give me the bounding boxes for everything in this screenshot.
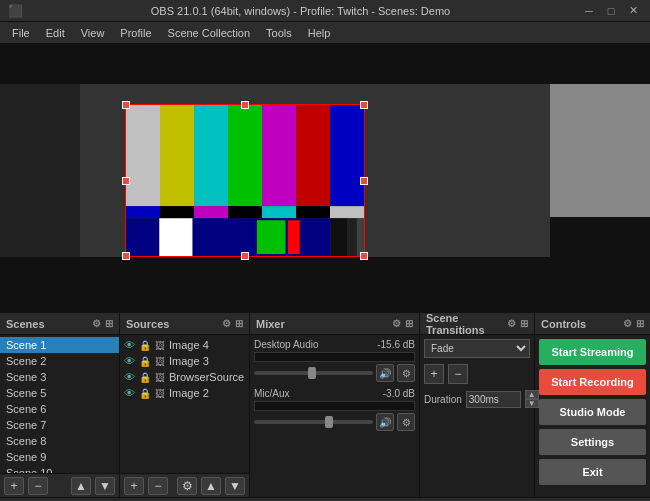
- scene-item[interactable]: Scene 2: [0, 353, 119, 369]
- mixer-fader[interactable]: [254, 371, 373, 375]
- sources-config-icon[interactable]: ⚙: [222, 318, 231, 329]
- menu-help[interactable]: Help: [300, 22, 339, 44]
- handle-bm[interactable]: [241, 252, 249, 260]
- handle-lm[interactable]: [122, 177, 130, 185]
- source-item[interactable]: 👁 🔒 🖼 Image 4: [120, 337, 249, 353]
- source-list: 👁 🔒 🖼 Image 4 👁 🔒 🖼 Image 3 👁 🔒 🖼 Browse…: [120, 335, 249, 473]
- mixer-expand-icon[interactable]: ⊞: [405, 318, 413, 329]
- scene-up-button[interactable]: ▲: [71, 477, 91, 495]
- mixer-settings-button[interactable]: ⚙: [397, 413, 415, 431]
- scene-item[interactable]: Scene 7: [0, 417, 119, 433]
- controls-header: Controls ⚙ ⊞: [535, 313, 650, 335]
- mixer-channel: Desktop Audio -15.6 dB 🔊 ⚙: [254, 339, 415, 382]
- scene-item[interactable]: Scene 10: [0, 465, 119, 473]
- source-lock-icon[interactable]: 🔒: [139, 388, 151, 399]
- handle-tr[interactable]: [360, 101, 368, 109]
- scene-item[interactable]: Scene 5: [0, 385, 119, 401]
- source-down-button[interactable]: ▼: [225, 477, 245, 495]
- source-lock-icon[interactable]: 🔒: [139, 356, 151, 367]
- mixer-channel-name: Mic/Aux: [254, 388, 290, 399]
- scene-add-button[interactable]: +: [4, 477, 24, 495]
- mixer-channel-header: Desktop Audio -15.6 dB: [254, 339, 415, 350]
- stream-button[interactable]: Start Streaming: [539, 339, 646, 365]
- controls-expand-icon[interactable]: ⊞: [636, 318, 644, 329]
- mixer-settings-button[interactable]: ⚙: [397, 364, 415, 382]
- status-bar: LIVE: 00:00:00 REC: 00:00:00 CPU: 1.6%, …: [0, 497, 650, 501]
- exit-button[interactable]: Exit: [539, 459, 646, 485]
- transitions-config-icon[interactable]: ⚙: [507, 318, 516, 329]
- menu-tools[interactable]: Tools: [258, 22, 300, 44]
- scene-item[interactable]: Scene 6: [0, 401, 119, 417]
- controls-label: Controls: [541, 318, 586, 330]
- transition-remove-button[interactable]: −: [448, 364, 468, 384]
- studio-button[interactable]: Studio Mode: [539, 399, 646, 425]
- color-bars-canvas: [126, 105, 364, 256]
- source-item[interactable]: 👁 🔒 🖼 BrowserSource: [120, 369, 249, 385]
- source-eye-icon[interactable]: 👁: [124, 355, 135, 367]
- transitions-panel: Scene Transitions ⚙ ⊞ Fade Cut Swipe Sli…: [420, 313, 535, 497]
- controls-content: Start StreamingStart RecordingStudio Mod…: [535, 335, 650, 497]
- duration-input[interactable]: [466, 391, 521, 408]
- scene-item[interactable]: Scene 1: [0, 337, 119, 353]
- source-item[interactable]: 👁 🔒 🖼 Image 2: [120, 385, 249, 401]
- scene-remove-button[interactable]: −: [28, 477, 48, 495]
- source-lock-icon[interactable]: 🔒: [139, 340, 151, 351]
- source-up-button[interactable]: ▲: [201, 477, 221, 495]
- source-eye-icon[interactable]: 👁: [124, 371, 135, 383]
- mixer-mute-button[interactable]: 🔊: [376, 413, 394, 431]
- menu-scene-collection[interactable]: Scene Collection: [160, 22, 259, 44]
- source-item[interactable]: 👁 🔒 🖼 Image 3: [120, 353, 249, 369]
- preview-corner-br: [550, 217, 650, 257]
- scene-item[interactable]: Scene 3: [0, 369, 119, 385]
- sources-expand-icon[interactable]: ⊞: [235, 318, 243, 329]
- transitions-label: Scene Transitions: [426, 312, 507, 336]
- scenes-label: Scenes: [6, 318, 45, 330]
- scene-list: Scene 1Scene 2Scene 3Scene 5Scene 6Scene…: [0, 335, 119, 473]
- settings-button[interactable]: Settings: [539, 429, 646, 455]
- record-button[interactable]: Start Recording: [539, 369, 646, 395]
- color-bars-source[interactable]: [125, 104, 365, 257]
- window-title: OBS 21.0.1 (64bit, windows) - Profile: T…: [23, 5, 578, 17]
- minimize-button[interactable]: ─: [580, 2, 598, 20]
- scene-down-button[interactable]: ▼: [95, 477, 115, 495]
- preview-bottom-bar: [0, 257, 650, 312]
- close-button[interactable]: ✕: [624, 2, 642, 20]
- menu-edit[interactable]: Edit: [38, 22, 73, 44]
- source-settings-button[interactable]: ⚙: [177, 477, 197, 495]
- source-name: BrowserSource: [169, 371, 244, 383]
- handle-tl[interactable]: [122, 101, 130, 109]
- mixer-config-icon[interactable]: ⚙: [392, 318, 401, 329]
- source-type-icon: 🖼: [155, 388, 165, 399]
- menu-file[interactable]: File: [4, 22, 38, 44]
- source-eye-icon[interactable]: 👁: [124, 387, 135, 399]
- scenes-config-icon[interactable]: ⚙: [92, 318, 101, 329]
- mixer-fader[interactable]: [254, 420, 373, 424]
- handle-tm[interactable]: [241, 101, 249, 109]
- transitions-expand-icon[interactable]: ⊞: [520, 318, 528, 329]
- handle-bl[interactable]: [122, 252, 130, 260]
- mixer-channel-db: -3.0 dB: [383, 388, 415, 399]
- source-add-button[interactable]: +: [124, 477, 144, 495]
- scenes-expand-icon[interactable]: ⊞: [105, 318, 113, 329]
- scenes-header: Scenes ⚙ ⊞: [0, 313, 119, 335]
- menu-profile[interactable]: Profile: [112, 22, 159, 44]
- controls-config-icon[interactable]: ⚙: [623, 318, 632, 329]
- source-lock-icon[interactable]: 🔒: [139, 372, 151, 383]
- source-remove-button[interactable]: −: [148, 477, 168, 495]
- scene-item[interactable]: Scene 8: [0, 433, 119, 449]
- transition-add-button[interactable]: +: [424, 364, 444, 384]
- mixer-label: Mixer: [256, 318, 285, 330]
- mixer-channel-db: -15.6 dB: [377, 339, 415, 350]
- transition-select[interactable]: Fade Cut Swipe Slide: [424, 339, 530, 358]
- scene-item[interactable]: Scene 9: [0, 449, 119, 465]
- source-eye-icon[interactable]: 👁: [124, 339, 135, 351]
- preview-area: [0, 44, 650, 312]
- mixer-channel-header: Mic/Aux -3.0 dB: [254, 388, 415, 399]
- menu-view[interactable]: View: [73, 22, 113, 44]
- mixer-channel: Mic/Aux -3.0 dB 🔊 ⚙: [254, 388, 415, 431]
- handle-rm[interactable]: [360, 177, 368, 185]
- source-name: Image 2: [169, 387, 209, 399]
- mixer-mute-button[interactable]: 🔊: [376, 364, 394, 382]
- maximize-button[interactable]: □: [602, 2, 620, 20]
- handle-br[interactable]: [360, 252, 368, 260]
